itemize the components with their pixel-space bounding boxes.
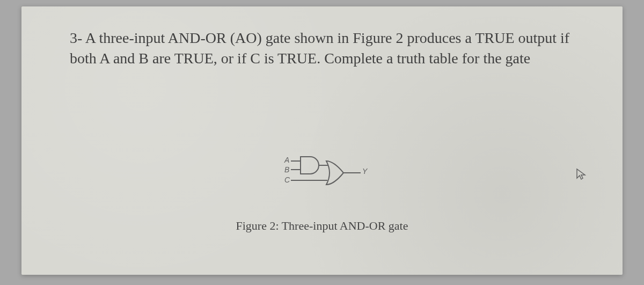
document-page: 3- A three-input AND-OR (AO) gate shown … — [21, 6, 623, 275]
question-number: 3- — [70, 30, 82, 46]
input-label-b: B — [284, 165, 289, 174]
question-text: A three-input AND-OR (AO) gate shown in … — [70, 30, 569, 67]
input-label-c: C — [284, 176, 290, 184]
circuit-diagram: A B C Y — [268, 151, 376, 200]
cursor-icon — [575, 167, 588, 180]
figure-area: A B C Y — [21, 151, 623, 233]
input-label-a: A — [284, 156, 289, 164]
question-block: 3- A three-input AND-OR (AO) gate shown … — [70, 28, 574, 69]
figure-caption: Figure 2: Three-input AND-OR gate — [21, 219, 623, 233]
output-label-y: Y — [362, 167, 367, 176]
